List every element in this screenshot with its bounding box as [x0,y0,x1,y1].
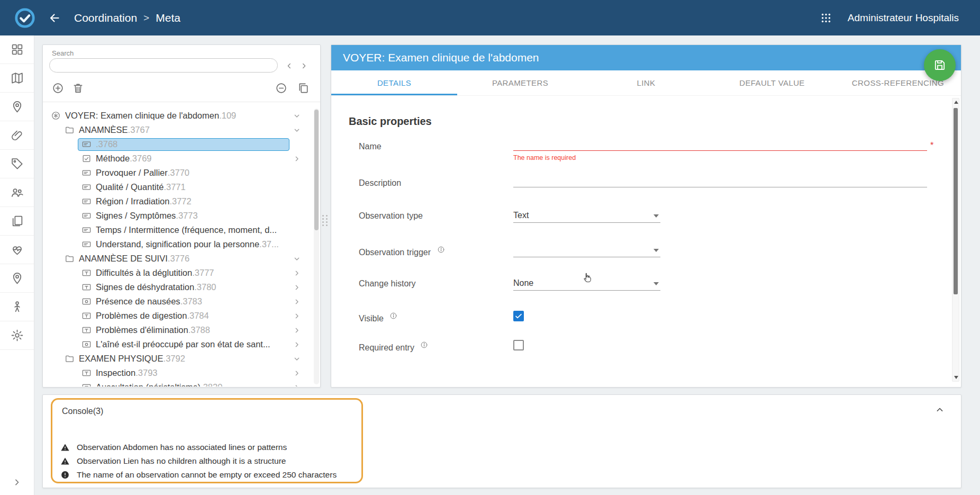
console-title: Console(3) [62,407,103,416]
console-collapse-button[interactable] [934,404,945,415]
tree-item[interactable]: L'aîné est-il préoccupé par son état de … [43,337,313,352]
name-input[interactable] [513,140,927,151]
rail-dashboard-button[interactable] [0,35,34,64]
chevron-down-icon[interactable] [293,126,301,134]
chevron-down-icon[interactable] [293,112,301,120]
tree-item-selected[interactable]: .3768 [43,137,313,151]
chevron-right-icon[interactable] [293,369,301,377]
required-entry-label: Required entry [359,343,414,352]
rail-map-button[interactable] [0,64,34,93]
tree-item[interactable]: Signes de déshydratation.3780 [43,280,313,294]
details-scrollbar-thumb[interactable] [954,108,958,294]
rail-paperclip-button[interactable] [0,121,34,150]
tree-item[interactable]: VOYER: Examen clinique de l'abdomen.109 [43,109,313,123]
settings-icon [11,329,24,342]
save-button[interactable] [924,49,956,81]
tree-item[interactable]: Problèmes d'élimination.3788 [43,323,313,337]
tree-toolbar [43,76,320,100]
dropdown-arrow-icon [654,249,659,252]
chevron-right-icon[interactable] [293,155,301,163]
tree-item[interactable]: Qualité / Quantité.3771 [43,180,313,194]
tree-item-label: Région / Irradiation [96,196,169,206]
tree-scrollbar-thumb[interactable] [314,110,319,230]
visible-checkbox[interactable] [513,311,524,321]
search-prev-button[interactable] [285,61,294,70]
check-icon [514,312,523,320]
chevron-right-icon[interactable] [293,383,301,386]
tree-item[interactable]: Auscultation (péristaltisme).3820 [43,380,313,386]
breadcrumb-meta[interactable]: Meta [156,12,180,24]
info-icon[interactable] [420,341,428,349]
tree-item[interactable]: Temps / Intermittence (fréquence, moment… [43,223,313,237]
chevron-right-icon[interactable] [293,283,301,292]
rail-groups-button[interactable] [0,178,34,207]
location-icon [11,100,24,113]
tree-item[interactable]: Inspection.3793 [43,366,313,380]
change-history-select[interactable]: None [513,277,660,291]
user-name[interactable]: Administrateur Hospitalis [848,12,959,24]
required-entry-checkbox[interactable] [513,340,524,350]
rail-tag-button[interactable] [0,150,34,178]
rail-expand-button[interactable] [12,477,22,488]
chevron-right-icon[interactable] [293,298,301,306]
tree-item[interactable]: Provoquer / Pallier.3770 [43,166,313,180]
tree-item[interactable]: EXAMEN PHYSIQUE.3792 [43,352,313,366]
tree-item-id: .3773 [176,211,197,221]
rail-location-button[interactable] [0,93,34,121]
rail-health-button[interactable] [0,236,34,264]
tree-item[interactable]: Signes / Symptômes.3773 [43,209,313,223]
details-scrollbar[interactable] [952,98,959,382]
rail-location-button[interactable] [0,264,34,293]
tree-item[interactable]: Problèmes de digestion.3784 [43,309,313,323]
observation-type-value: Text [513,211,529,220]
tree-item[interactable]: ANAMNÈSE.3767 [43,123,313,137]
tree-item-label: Signes / Symptômes [96,211,176,221]
panel-splitter-handle[interactable] [322,210,328,231]
observation-type-select[interactable]: Text [513,209,660,223]
tree-item[interactable]: Méthode.3769 [43,151,313,166]
breadcrumb-coordination[interactable]: Coordination [74,12,137,24]
add-node-button[interactable] [52,82,64,94]
rail-settings-button[interactable] [0,321,34,350]
change-history-row: Change history None [359,277,959,304]
back-button[interactable] [48,11,61,25]
scroll-down-arrow[interactable] [954,376,958,379]
tree-item[interactable]: Understand, signification pour la person… [43,237,313,251]
apps-grid-icon[interactable] [820,12,832,24]
folder-icon [65,354,75,364]
tree-item[interactable]: Difficultés à la déglutition.3777 [43,266,313,280]
scroll-up-arrow[interactable] [954,101,958,104]
chevron-right-icon[interactable] [293,312,301,320]
observation-root-icon [51,111,61,121]
info-icon[interactable] [437,246,445,254]
tree-item-id: .3769 [130,154,151,164]
remove-circle-button[interactable] [275,82,287,94]
chevron-down-icon[interactable] [293,355,301,363]
chevron-right-icon[interactable] [293,326,301,335]
delete-node-button[interactable] [72,82,84,94]
tree-item[interactable]: Présence de nausées.3783 [43,294,313,309]
duplicate-button[interactable] [297,82,310,94]
search-input[interactable] [49,58,278,73]
name-label: Name [359,142,382,151]
console-message: The name of an observation cannot be emp… [60,468,929,482]
chevron-down-icon[interactable] [293,255,301,263]
tree-item[interactable]: ANAMNÈSE DE SUIVI.3776 [43,251,313,266]
tree-scrollbar[interactable] [314,109,319,384]
chevron-right-icon[interactable] [293,269,301,277]
description-input[interactable] [513,176,927,187]
observation-trigger-row: Observation trigger [359,244,959,271]
rail-documents-button[interactable] [0,207,34,236]
search-next-button[interactable] [300,61,308,70]
chevron-right-icon[interactable] [293,340,301,349]
observation-trigger-select[interactable] [513,244,660,257]
tree-item-id: .3788 [188,325,210,335]
description-label: Description [359,178,401,188]
tree-item-label: Understand, signification pour la person… [96,239,259,249]
rail-person-button[interactable] [0,293,34,321]
topbar: Coordination > Meta Administrateur Hospi… [0,0,980,35]
visible-label: Visible [359,314,384,323]
tree-item[interactable]: Région / Irradiation.3772 [43,194,313,209]
radio-icon [81,339,92,349]
info-icon[interactable] [389,312,397,320]
